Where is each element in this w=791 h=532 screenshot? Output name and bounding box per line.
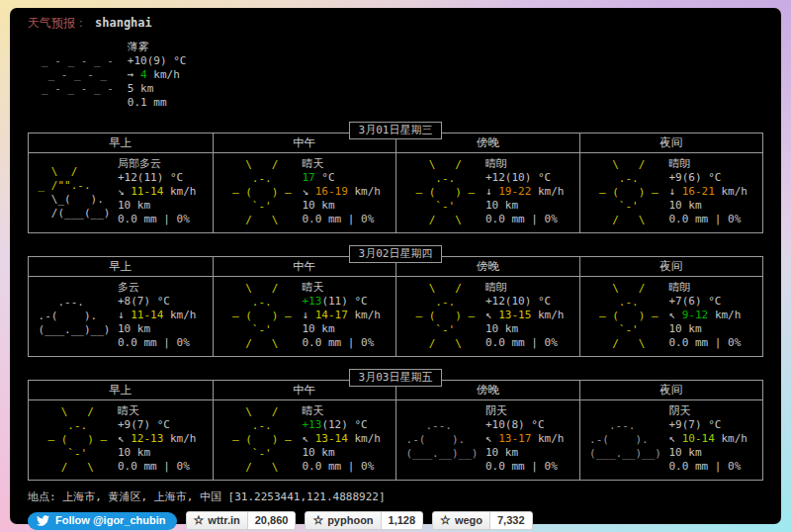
visibility-value: 10 km xyxy=(118,446,197,460)
period-header: 夜间 xyxy=(579,257,763,276)
visibility-value: 10 km xyxy=(303,446,382,460)
weather-ascii-icon: \ / .-. ― ( ) ― `-' / \ xyxy=(409,282,475,351)
star-icon: ☆ xyxy=(312,514,323,526)
temperature-line: +12(10) °C xyxy=(485,171,565,185)
weather-ascii-icon: \ / .-. ― ( ) ― `-' / \ xyxy=(409,158,475,227)
weather-ascii-icon: \ / .-. ― ( ) ― `-' / \ xyxy=(42,405,107,475)
wind-line: ↘ 11-14 km/h xyxy=(118,185,197,199)
temperature-line: +8(7) °C xyxy=(118,295,197,309)
temperature-line: +9(6) °C xyxy=(669,171,748,185)
condition-label: 晴朗 xyxy=(485,281,565,295)
forecast-cell: \ / .-. ― ( ) ― `-' / \ 晴朗 +7(6) °C ↖ 9-… xyxy=(579,277,763,356)
report-header-label: 天气预报： xyxy=(28,16,87,30)
visibility-value: 10 km xyxy=(669,322,742,336)
precip-value: 0.0 mm | 0% xyxy=(485,460,565,474)
visibility-value: 10 km xyxy=(303,199,382,213)
temp-rest: °C xyxy=(315,171,335,184)
wind-arrow-icon: ↓ xyxy=(118,309,125,321)
period-header: 早上 xyxy=(29,257,213,276)
weather-ascii-icon: .--. .-( ). (___.__)__) xyxy=(406,419,479,461)
wind-unit: km/h xyxy=(170,185,197,198)
temperature-line: +9(7) °C xyxy=(669,418,748,432)
temp-rest: +7(6) °C xyxy=(669,295,722,308)
weather-ascii-icon: \ / .-. ― ( ) ― `-' / \ xyxy=(592,282,658,351)
wind-range: 14-17 xyxy=(315,309,348,321)
precip-value: 0.0 mm | 0% xyxy=(669,336,742,350)
visibility-value: 10 km xyxy=(303,322,382,336)
visibility-value: 10 km xyxy=(485,446,565,460)
wind-range: 13-17 xyxy=(498,432,531,445)
star-icon: ☆ xyxy=(194,514,205,526)
temp-rest: +12(10) °C xyxy=(485,295,551,308)
star-count: 20,860 xyxy=(247,512,296,529)
wind-unit: km/h xyxy=(722,185,748,198)
condition-label: 晴朗 xyxy=(669,157,748,171)
repo-name: wego xyxy=(455,514,483,526)
temp-rest: (12) °C xyxy=(321,418,367,431)
badges-row: Follow @igor_chubin ☆wttr.in 20,860 ☆pyp… xyxy=(28,511,763,530)
condition-label: 多云 xyxy=(118,281,197,295)
repo-name: wttr.in xyxy=(208,514,239,526)
current-condition-label: 薄雾 xyxy=(128,41,187,54)
temp-highlight: 17 xyxy=(303,171,315,184)
wind-arrow-icon: ↖ xyxy=(303,432,309,445)
forecast-cell: .--. .-( ). (___.__)__) 阴天 +10(8) °C ↖ 1… xyxy=(396,400,579,480)
period-header: 夜间 xyxy=(579,133,763,152)
cells-row: \ / .-. ― ( ) ― `-' / \ 晴天 +9(7) °C ↖ 12… xyxy=(29,400,762,480)
wind-range: 19-22 xyxy=(498,185,531,198)
forecast-cell: \ / .-. ― ( ) ― `-' / \ 晴朗 +12(10) °C ↓ … xyxy=(396,153,579,232)
forecast-day: 3月02日星期四 早上中午傍晚夜间 .--. .-( ). (___.__)__… xyxy=(28,245,763,357)
wind-unit: km/h xyxy=(153,68,180,81)
wind-range: 11-14 xyxy=(131,185,163,198)
wind-range: 13-15 xyxy=(498,309,531,321)
temperature-line: +12(11) °C xyxy=(118,171,197,185)
forecast-day: 3月03日星期五 早上中午傍晚夜间 \ / .-. ― ( ) ― `-' / … xyxy=(28,369,763,481)
precip-value: 0.0 mm | 0% xyxy=(303,336,382,350)
wind-unit: km/h xyxy=(722,432,748,445)
date-label: 3月03日星期五 xyxy=(359,371,433,384)
visibility-value: 10 km xyxy=(118,322,197,336)
condition-label: 局部多云 xyxy=(118,157,197,171)
visibility-value: 10 km xyxy=(485,199,565,213)
visibility-value: 10 km xyxy=(669,446,748,460)
precip-value: 0.0 mm | 0% xyxy=(303,213,382,226)
temperature-line: +13(11) °C xyxy=(303,295,382,309)
forecast-cell: .--. .-( ). (___.__)__) 阴天 +9(7) °C ↖ 10… xyxy=(579,400,763,480)
github-star-badge-wego[interactable]: ☆wego 7,332 xyxy=(432,511,532,530)
twitter-follow-label: Follow @igor_chubin xyxy=(55,514,166,526)
period-header: 早上 xyxy=(29,133,213,152)
github-star-badge-wttrin[interactable]: ☆wttr.in 20,860 xyxy=(186,511,297,530)
wind-range: 9-12 xyxy=(682,309,709,321)
precip-value: 0.0 mm | 0% xyxy=(485,336,565,350)
weather-ascii-icon: \ / .-. ― ( ) ― `-' / \ xyxy=(225,158,291,227)
wind-arrow-icon: ↓ xyxy=(303,309,309,321)
star-icon: ☆ xyxy=(440,514,451,526)
weather-ascii-icon: \ / .-. ― ( ) ― `-' / \ xyxy=(225,282,291,351)
visibility-value: 10 km xyxy=(118,199,197,213)
weather-ascii-icon: \ / .-. ― ( ) ― `-' / \ xyxy=(225,405,291,475)
forecast-cell: \ / .-. ― ( ) ― `-' / \ 晴天 17 °C ↘ 16-19… xyxy=(213,153,396,232)
temp-rest: (11) °C xyxy=(321,295,367,308)
temp-rest: +9(6) °C xyxy=(669,171,722,184)
wind-range: 16-21 xyxy=(682,185,715,198)
icon-wrap: .--. .-( ). (___.__)__) xyxy=(582,404,669,476)
temp-highlight: +13 xyxy=(303,295,322,308)
icon-wrap: \ / _ /"".-. \_( ). /(___(__) xyxy=(31,157,118,228)
condition-label: 晴天 xyxy=(303,157,382,171)
icon-wrap: \ / .-. ― ( ) ― `-' / \ xyxy=(582,157,669,228)
cells-row: \ / _ /"".-. \_( ). /(___(__) 局部多云 +12(1… xyxy=(29,153,762,232)
wind-line: ↖ 10-14 km/h xyxy=(669,432,748,446)
wind-unit: km/h xyxy=(715,309,742,321)
precip-value: 0.0 mm | 0% xyxy=(303,460,382,474)
precip-value: 0.0 mm | 0% xyxy=(118,336,197,350)
current-wind-value: 4 xyxy=(140,68,147,81)
temp-rest: +10(8) °C xyxy=(485,418,545,431)
twitter-follow-button[interactable]: Follow @igor_chubin xyxy=(28,512,177,530)
forecast-day: 3月01日星期三 早上中午傍晚夜间 \ / _ /"".-. \_( ). /(… xyxy=(28,122,763,233)
forecast-cell: \ / .-. ― ( ) ― `-' / \ 晴天 +9(7) °C ↖ 12… xyxy=(29,400,213,480)
weather-ascii-icon: .--. .-( ). (___.__)__) xyxy=(39,296,111,337)
forecast-table: 早上中午傍晚夜间 .--. .-( ). (___.__)__) 多云 +8(7… xyxy=(28,256,763,357)
wind-unit: km/h xyxy=(538,309,565,321)
wind-line: ↘ 16-19 km/h xyxy=(303,185,382,199)
github-star-badge-pyphoon[interactable]: ☆pyphoon 1,128 xyxy=(305,511,423,530)
